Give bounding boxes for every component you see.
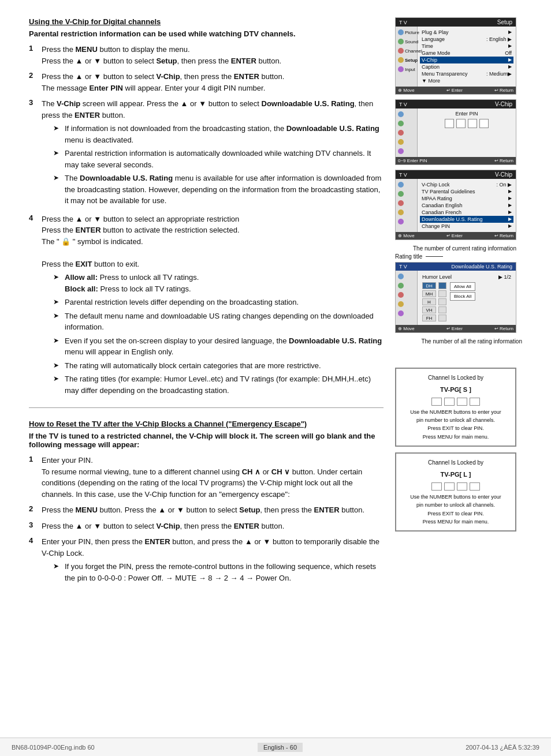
block-all-button[interactable]: Block All (450, 292, 475, 301)
humor-level-label: Humor Level (422, 274, 452, 280)
pin-box-4 (479, 119, 489, 128)
right-column: T V Setup Picture Sound (395, 17, 522, 590)
sub-s2-4-1: ➤ If you forget the PIN, press the remot… (53, 561, 384, 583)
pin-row-2 (402, 482, 509, 491)
vm-tv-parental: TV Parental Guidelines▶ (420, 188, 513, 195)
vchip-pin-sidebar (396, 108, 418, 157)
sidebar-input-2 (397, 148, 416, 155)
sidebar-input-4 (397, 310, 416, 317)
step-3: 3 The V-Chip screen will appear. Press t… (29, 98, 384, 209)
menu-vchip: V-Chip▶ (420, 57, 513, 63)
arrow-icon: ➤ (53, 123, 61, 133)
section2-heading: How to Reset the TV after the V-Chip Blo… (29, 420, 384, 428)
pin-row-1 (402, 398, 509, 406)
menu-language: Language: English ▶ (420, 36, 513, 43)
vm-dl-rating: Downloadable U.S. Rating▶ (420, 216, 513, 223)
step-2-num: 2 (29, 71, 38, 80)
locked-instructions-1: Use the NUMBER buttons to enter your pin… (402, 408, 509, 441)
tv-logo-2: T V (399, 102, 407, 107)
vchip-menu-panel: T V V-Chip (395, 170, 516, 240)
pin-boxes (420, 119, 513, 128)
footer-left: BN68-01094P-00Eng.indb 60 (12, 744, 95, 751)
sub-3-1: ➤ If information is not downloaded from … (53, 123, 384, 145)
vm-change-pin: Change PIN▶ (420, 223, 513, 230)
vchip-menu-sidebar (396, 179, 418, 232)
pin-input-1-1 (431, 398, 442, 406)
right-col-spacer (395, 350, 522, 368)
arrow-icon: ➤ (53, 310, 61, 321)
s2-step-4-content: Enter your PIN, then press the ENTER but… (42, 536, 384, 586)
tvpg-2: TV-PG[ L ] (402, 470, 509, 480)
sidebar-setup: Setup (397, 57, 416, 63)
allow-block-buttons: Allow All Block All (450, 282, 475, 321)
vchip-pin-panel: T V V-Chip (395, 99, 516, 165)
annotation-number-current: The number of current rating information (413, 245, 516, 252)
setup-panel-footer: ⊕ Move ↵ Enter ↩ Return (396, 87, 516, 94)
channel-icon (398, 48, 404, 54)
page-number: English - 60 (258, 743, 303, 752)
setup-sidebar: Picture Sound Channel Setup (396, 27, 418, 87)
step-4-subs: ➤ Allow all: Press to unlock all TV rati… (53, 272, 384, 396)
sidebar-input: Input (397, 66, 416, 73)
arrow-icon: ➤ (53, 173, 61, 183)
arrow-icon: ➤ (53, 360, 61, 370)
dl-rating-sidebar (396, 271, 418, 325)
channel-icon-3 (398, 200, 404, 206)
sub-4-3: ➤ The default menu name and downloadable… (53, 310, 384, 333)
sidebar-picture: Picture (397, 29, 416, 36)
connector-line (426, 256, 443, 257)
dl-rating-footer: ⊕ Move ↵ Enter ↩ Return (396, 325, 516, 332)
tv-logo: T V (399, 20, 407, 25)
s2-step-1-num: 1 (29, 455, 38, 463)
sound-icon-2 (398, 121, 404, 126)
sidebar-sound: Sound (397, 38, 416, 45)
sidebar-setup-3 (397, 209, 416, 216)
picture-icon (398, 29, 404, 35)
sidebar-picture-2 (397, 111, 416, 118)
status-empty-3 (438, 306, 446, 313)
step-4: 4 Press the ▲ or ▼ button to select an a… (29, 214, 384, 399)
setup-icon-2 (398, 139, 404, 145)
vchip-pin-header: T V V-Chip (396, 100, 516, 108)
arrow-icon: ➤ (53, 335, 61, 346)
section1-intro: Parental restriction information can be … (29, 29, 384, 38)
channel-icon-2 (398, 130, 404, 136)
pin-input-2-4 (470, 482, 480, 491)
sidebar-setup-2 (397, 139, 416, 145)
enter-pin-label: Enter PIN (420, 111, 513, 117)
input-icon-2 (398, 148, 404, 154)
arrow-icon: ➤ (53, 561, 61, 571)
arrow-icon: ➤ (53, 297, 61, 307)
dl-rating-body: Humor Level ▶ 1/2 DH MH H VH FH (396, 271, 516, 325)
section2-intro: If the TV is tuned to a restricted chann… (29, 432, 384, 449)
menu-transparency: Menu Transparency: Medium▶ (420, 70, 513, 77)
sidebar-sound-3 (397, 190, 416, 197)
s2-step-3: 3 Press the ▲ or ▼ button to select V-Ch… (29, 521, 384, 532)
sidebar-picture-4 (397, 273, 416, 280)
pin-input-1-4 (470, 398, 480, 406)
sidebar-sound-2 (397, 120, 416, 127)
tv-logo-3: T V (399, 172, 407, 178)
s2-step-2-num: 2 (29, 504, 38, 513)
sidebar-picture-3 (397, 181, 416, 188)
section1-heading: Using the V-Chip for Digital channels (29, 17, 384, 26)
rating-dh: DH (422, 282, 436, 289)
vchip-pin-body: Enter PIN (396, 108, 516, 157)
step-1-num: 1 (29, 44, 38, 53)
content-area: Using the V-Chip for Digital channels Pa… (29, 17, 522, 590)
vchip-menu-footer: ⊕ Move ↵ Enter ↩ Return (396, 232, 516, 239)
step-2: 2 Press the ▲ or ▼ button to select V-Ch… (29, 71, 384, 93)
setup-icon (398, 57, 404, 63)
sub-4-4: ➤ Even if you set the on-screen display … (53, 335, 384, 358)
page-footer: BN68-01094P-00Eng.indb 60 English - 60 2… (0, 738, 551, 756)
tv-logo-4: T V (399, 264, 407, 270)
sidebar-input-3 (397, 218, 416, 225)
rating-fh: FH (422, 315, 436, 321)
setup-panel-title: Setup (497, 19, 512, 25)
menu-caption: Caption▶ (420, 63, 513, 70)
rating-vh: VH (422, 306, 436, 313)
allow-all-button[interactable]: Allow All (450, 282, 475, 291)
picture-icon-2 (398, 111, 404, 117)
vchip-pin-title: V-Chip (495, 101, 512, 107)
sound-icon-3 (398, 191, 404, 197)
